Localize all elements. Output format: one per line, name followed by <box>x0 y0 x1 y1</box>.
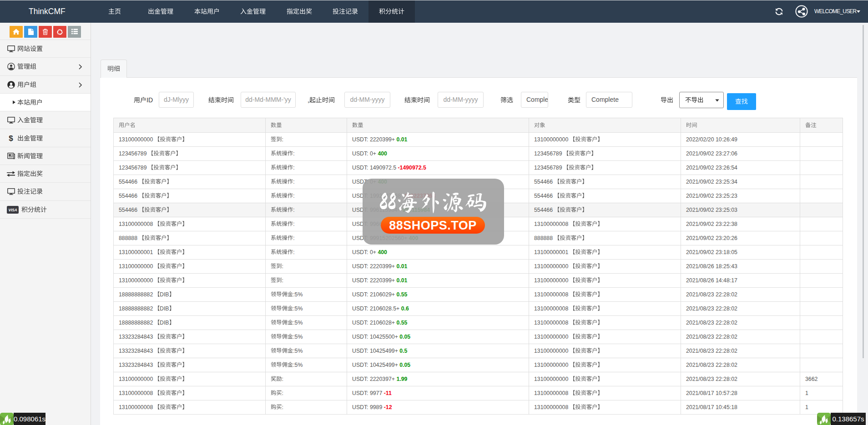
svg-text:VISA: VISA <box>8 208 17 212</box>
